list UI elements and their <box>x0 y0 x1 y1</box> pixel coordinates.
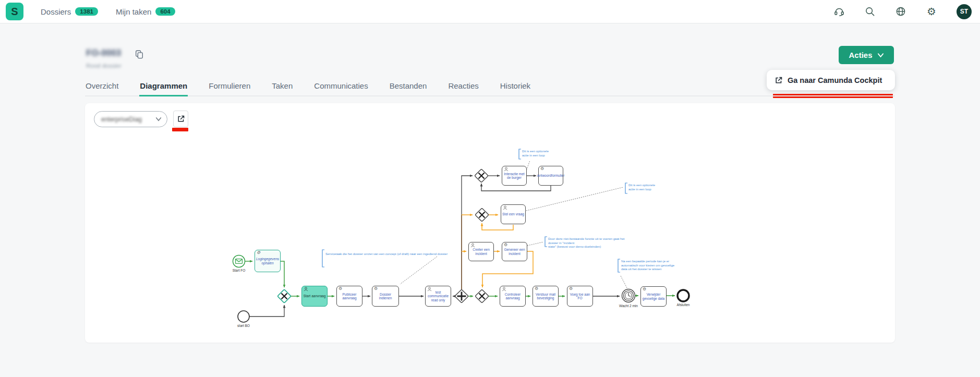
user-avatar[interactable]: ST <box>957 4 972 19</box>
task-genereer-een-incident: ⚙ Genereer een incident <box>502 242 527 261</box>
event-start-bo <box>238 311 249 322</box>
annotation-incident-state: Door deze niet-bestaande functie uit te … <box>548 237 626 249</box>
service-task-icon: ⚙ <box>540 167 544 171</box>
task-verwijder-gevoelige-data: ⚙ Verwijder gevoelige data <box>640 286 667 307</box>
diagram-select[interactable]: enterpriseDiag <box>94 111 167 127</box>
annotation-optionele-actie-1: Dit is een optionele actie in een loop <box>522 150 551 157</box>
event-end-afsluiten <box>677 290 689 301</box>
service-task-icon: ⚙ <box>535 287 538 291</box>
gateway-xor-vraag-loop <box>475 208 489 222</box>
app-window: S Dossiers 1381 Mijn taken 604 <box>0 0 980 377</box>
task-voeg-toe-aan-fo: ⚙ Voeg toe aan FO <box>567 286 593 307</box>
gateway-xor-start <box>277 289 291 303</box>
nav-item-dossiers[interactable]: Dossiers 1381 <box>41 0 98 23</box>
service-task-icon: ⚙ <box>504 243 507 247</box>
nav-item-label: Dossiers <box>41 7 71 16</box>
globe-icon[interactable] <box>895 6 906 17</box>
acties-button-label: Acties <box>849 51 872 59</box>
user-task-icon <box>470 243 475 249</box>
tab-diagrammen[interactable]: Diagrammen <box>139 79 188 96</box>
task-antwoordformulier: ⚙ Antwoordformulier <box>538 166 563 186</box>
tab-overzicht[interactable]: Overzicht <box>85 79 119 95</box>
copy-icon[interactable] <box>135 50 144 59</box>
chevron-down-icon <box>877 53 884 58</box>
event-start-fo-message <box>233 256 245 267</box>
top-navbar: S Dossiers 1381 Mijn taken 604 <box>0 0 980 23</box>
app-logo[interactable]: S <box>6 3 23 20</box>
event-timer-wait <box>622 289 635 302</box>
gateway-xor-main <box>475 289 489 303</box>
task-publiceer-aanvraag: ⚙ Publiceer aanvraag <box>336 286 362 307</box>
user-task-icon <box>502 287 506 293</box>
tab-bestanden[interactable]: Bestanden <box>389 79 428 95</box>
task-controleer-aanvraag: Controleer aanvraag <box>500 286 526 307</box>
event-label-start-fo: Start FO <box>227 269 250 272</box>
tab-communicaties[interactable]: Communicaties <box>313 79 368 95</box>
annotation-servicetaak: Servicetaak die het dossier omzet van ee… <box>325 252 451 257</box>
tab-reacties[interactable]: Reacties <box>447 79 479 95</box>
service-task-icon: ⚙ <box>569 287 573 291</box>
settings-gear-icon[interactable]: ⚙ <box>926 6 937 17</box>
service-task-icon: ⚙ <box>257 251 260 255</box>
annotation-optionele-actie-2: Dit is een optionele actie in een loop <box>628 184 657 191</box>
task-verstuur-mail: ⚙ Verstuur mail bevestiging <box>533 286 559 307</box>
tab-taken[interactable]: Taken <box>271 79 293 95</box>
user-task-icon <box>503 205 507 211</box>
open-diagram-external-button[interactable] <box>173 111 188 127</box>
user-task-icon <box>504 167 509 173</box>
nav-item-label: Mijn taken <box>116 7 151 16</box>
external-link-icon <box>177 115 185 123</box>
event-label-afsluiten: Afsluiten <box>672 303 695 307</box>
user-task-icon <box>304 287 308 293</box>
task-dossier-indienen: ⚙ Dossier indienen <box>372 286 399 307</box>
task-interactie-met-burger: Interactie met de burger <box>502 166 527 186</box>
acties-button[interactable]: Acties <box>839 46 894 64</box>
chevron-down-icon <box>155 117 162 121</box>
page-title: FO-0003 <box>86 48 121 58</box>
annotation-gevoelige-data: Na een bepaalde periode kan je er automa… <box>621 260 686 272</box>
event-label-start-bo: start BO <box>232 324 255 327</box>
navbar-actions: ⚙ ST <box>833 0 972 23</box>
tab-historiek[interactable]: Historiek <box>500 79 531 95</box>
red-underline-annotation <box>172 128 188 131</box>
service-task-icon: ⚙ <box>338 287 342 291</box>
task-test-communicatie: test communicatie read only <box>425 286 451 307</box>
dossiers-count-badge: 1381 <box>75 7 98 16</box>
service-task-icon: ⚙ <box>643 287 646 291</box>
taken-count-badge: 604 <box>155 7 175 16</box>
task-logingegevens-ophalen: ⚙ Logingegevens ophalen <box>255 250 281 272</box>
user-task-icon <box>427 287 432 293</box>
task-stel-een-vraag: Stel een vraag <box>501 204 526 224</box>
headset-icon[interactable] <box>833 6 845 17</box>
event-label-wacht-2-min: Wacht 2 min <box>616 304 641 308</box>
diagram-select-value: enterpriseDiag <box>101 116 142 123</box>
tab-bar: Overzicht Diagrammen Formulieren Taken C… <box>85 79 895 96</box>
service-task-icon: ⚙ <box>374 287 378 291</box>
page-subtitle: Rood dossier <box>86 63 122 69</box>
nav-item-mijn-taken[interactable]: Mijn taken 604 <box>116 0 175 23</box>
search-icon[interactable] <box>864 6 876 17</box>
tab-formulieren[interactable]: Formulieren <box>208 79 251 95</box>
task-start-aanvraag: Start aanvraag <box>301 286 328 307</box>
gateway-xor-burger-loop <box>475 169 488 183</box>
gateway-parallel <box>455 289 468 303</box>
task-creeer-een-incident: Creëer een incident <box>468 242 494 261</box>
